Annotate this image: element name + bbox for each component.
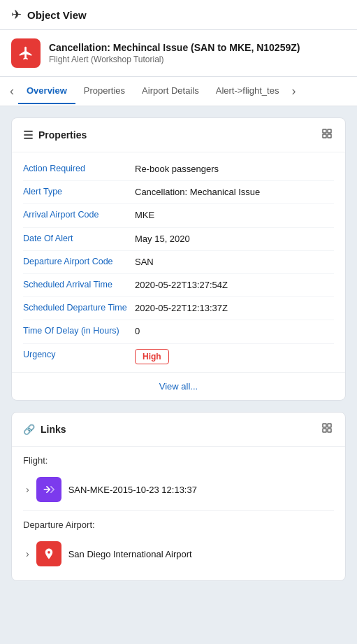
flight-link-label: SAN-MKE-2015-10-23 12:13:37 xyxy=(68,485,197,495)
link-icon: 🔗 xyxy=(23,424,35,435)
tab-properties[interactable]: Properties xyxy=(75,78,133,104)
svg-rect-2 xyxy=(323,134,326,138)
view-all-link[interactable]: View all... xyxy=(159,381,198,392)
flight-link-icon-box xyxy=(36,477,61,502)
svg-rect-7 xyxy=(328,429,331,432)
list-icon: ☰ xyxy=(23,129,33,142)
departure-link-icon-box xyxy=(36,541,61,566)
prop-label-time-of-delay: Time Of Delay (in Hours) xyxy=(23,325,135,338)
page-title: Object View xyxy=(27,9,87,21)
prop-label-scheduled-departure: Scheduled Departure Time xyxy=(23,302,135,315)
prop-row-scheduled-departure: Scheduled Departure Time 2020-05-22T12:1… xyxy=(23,297,334,320)
prop-row-scheduled-arrival: Scheduled Arrival Time 2020-05-22T13:27:… xyxy=(23,274,334,297)
links-card-header: 🔗 Links xyxy=(12,413,345,447)
svg-rect-4 xyxy=(323,424,326,427)
properties-expand-button[interactable] xyxy=(320,127,334,143)
links-card-title-group: 🔗 Links xyxy=(23,424,66,435)
properties-card-title-group: ☰ Properties xyxy=(23,129,87,142)
prop-value-arrival-airport: MKE xyxy=(135,209,334,222)
tab-alert-flight-tes[interactable]: Alert->flight_tes xyxy=(207,78,288,104)
alert-title: Cancellation: Mechincal Issue (SAN to MK… xyxy=(49,42,300,53)
prop-label-date-of-alert: Date Of Alert xyxy=(23,233,135,245)
prop-value-date-of-alert: May 15, 2020 xyxy=(135,233,334,245)
properties-card-header: ☰ Properties xyxy=(12,118,345,152)
prop-value-scheduled-arrival: 2020-05-22T13:27:54Z xyxy=(135,279,334,292)
alert-header: Cancellation: Mechincal Issue (SAN to MK… xyxy=(0,30,357,77)
prop-row-arrival-airport: Arrival Airport Code MKE xyxy=(23,204,334,227)
prop-label-scheduled-arrival: Scheduled Arrival Time xyxy=(23,279,135,292)
prop-label-alert-type: Alert Type xyxy=(23,186,135,199)
alert-subtitle: Flight Alert (Workshop Tutorial) xyxy=(49,55,300,64)
tab-nav-right[interactable]: › xyxy=(287,77,300,106)
prop-value-alert-type: Cancellation: Mechanical Issue xyxy=(135,186,334,199)
prop-label-arrival-airport: Arrival Airport Code xyxy=(23,209,135,222)
top-bar: ✈ Object View xyxy=(0,0,357,30)
prop-value-urgency: High xyxy=(135,349,334,365)
tab-overview[interactable]: Overview xyxy=(18,78,75,104)
svg-rect-8 xyxy=(43,489,50,491)
svg-rect-0 xyxy=(323,129,326,133)
properties-card-title: Properties xyxy=(38,129,87,141)
link-chevron-departure: › xyxy=(26,548,29,559)
links-card: 🔗 Links Flight: › xyxy=(11,412,346,581)
prop-value-action-required: Re-book passengers xyxy=(135,163,334,176)
link-item-flight[interactable]: › SAN-MKE-2015-10-23 12:13:37 xyxy=(23,471,334,508)
tab-nav-left[interactable]: ‹ xyxy=(6,77,18,106)
svg-rect-3 xyxy=(328,134,331,138)
prop-label-action-required: Action Required xyxy=(23,163,135,176)
prop-row-date-of-alert: Date Of Alert May 15, 2020 xyxy=(23,228,334,251)
links-group-label-departure: Departure Airport: xyxy=(23,520,334,530)
prop-label-urgency: Urgency xyxy=(23,349,135,362)
view-all-row: View all... xyxy=(12,372,345,400)
link-item-departure-airport[interactable]: › San Diego International Airport xyxy=(23,536,334,572)
plane-icon: ✈ xyxy=(11,7,22,22)
alert-type-icon xyxy=(11,38,41,68)
prop-row-urgency: Urgency High xyxy=(23,344,334,370)
svg-rect-5 xyxy=(328,424,331,427)
links-card-title: Links xyxy=(41,424,66,435)
departure-airport-label: San Diego International Airport xyxy=(68,549,192,559)
links-group-label-flight: Flight: xyxy=(23,455,334,466)
properties-table: Action Required Re-book passengers Alert… xyxy=(12,152,345,372)
prop-row-action-required: Action Required Re-book passengers xyxy=(23,158,334,181)
prop-row-time-of-delay: Time Of Delay (in Hours) 0 xyxy=(23,320,334,343)
urgency-badge: High xyxy=(135,349,169,365)
main-content: ☰ Properties Action Required Re-book pas… xyxy=(0,106,357,592)
tab-nav: ‹ Overview Properties Airport Details Al… xyxy=(0,77,357,106)
prop-value-scheduled-departure: 2020-05-22T12:13:37Z xyxy=(135,302,334,315)
prop-label-departure-airport: Departure Airport Code xyxy=(23,256,135,269)
properties-card: ☰ Properties Action Required Re-book pas… xyxy=(11,117,346,401)
svg-rect-1 xyxy=(328,129,331,133)
svg-rect-6 xyxy=(323,429,326,432)
prop-row-alert-type: Alert Type Cancellation: Mechanical Issu… xyxy=(23,181,334,204)
links-section: Flight: › SAN-MKE-2015-10-23 12:13:37 De… xyxy=(12,447,345,580)
link-chevron-flight: › xyxy=(26,484,29,495)
links-divider xyxy=(23,510,334,511)
links-expand-button[interactable] xyxy=(320,421,334,438)
tab-airport-details[interactable]: Airport Details xyxy=(133,78,207,104)
prop-row-departure-airport: Departure Airport Code SAN xyxy=(23,251,334,274)
prop-value-time-of-delay: 0 xyxy=(135,325,334,338)
alert-header-text: Cancellation: Mechincal Issue (SAN to MK… xyxy=(49,42,300,64)
prop-value-departure-airport: SAN xyxy=(135,256,334,269)
